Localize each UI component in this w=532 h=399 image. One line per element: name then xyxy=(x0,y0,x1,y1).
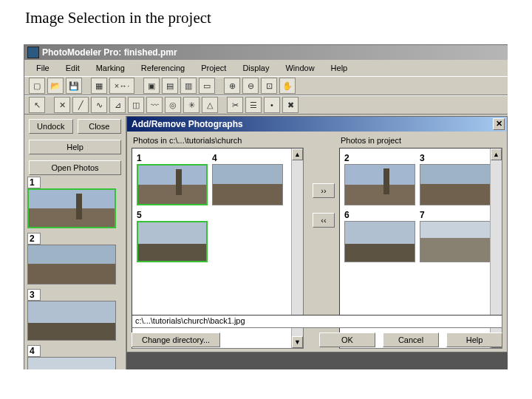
undock-button[interactable]: Undock xyxy=(29,119,73,134)
menu-marking[interactable]: Marking xyxy=(92,62,129,74)
list-item[interactable]: 3 xyxy=(420,153,491,205)
help-button[interactable]: Help xyxy=(29,140,121,154)
camera-icon[interactable]: ▣ xyxy=(143,78,160,94)
angle-icon[interactable]: ⊿ xyxy=(109,97,126,113)
target-icon[interactable]: ◎ xyxy=(165,97,181,113)
cancel-button[interactable]: Cancel xyxy=(383,332,439,347)
open-icon[interactable]: 📂 xyxy=(47,78,64,94)
list-item[interactable]: 2 xyxy=(344,153,415,205)
thumb-image xyxy=(344,221,415,262)
titlebar: PhotoModeler Pro: finished.pmr xyxy=(24,45,508,60)
thumb-image xyxy=(137,164,208,205)
thumb-image xyxy=(344,164,415,205)
menu-display[interactable]: Display xyxy=(238,62,273,74)
mdi-background xyxy=(126,352,508,369)
view-icon[interactable]: ▥ xyxy=(180,78,197,94)
left-panel: Undock Close Help Open Photos 1 2 3 4 xyxy=(24,116,126,369)
toolbar-1: ▢ 📂 💾 ▦ ×↔· ▣ ▤ ▥ ▭ ⊕ ⊖ ⊡ ✋ xyxy=(24,76,508,95)
left-thumbs: 1 2 3 4 xyxy=(27,177,123,369)
list-item[interactable]: 4 xyxy=(27,345,123,369)
grid-icon[interactable]: ▦ xyxy=(91,78,107,94)
list-item[interactable]: 3 xyxy=(27,289,123,341)
surface-icon[interactable]: ◫ xyxy=(128,97,144,113)
curve-icon[interactable]: ∿ xyxy=(91,97,107,113)
page-heading: Image Selection in the project xyxy=(0,0,532,30)
dialog-bottom: c:\...\tutorials\church\back1.jpg Change… xyxy=(132,315,502,347)
pointer-icon[interactable]: ↖ xyxy=(29,97,45,113)
thumb-image xyxy=(420,164,491,205)
list-item[interactable]: 6 xyxy=(344,210,415,262)
dialog-title: Add/Remove Photographs ✕ xyxy=(127,117,507,132)
menu-edit[interactable]: Edit xyxy=(61,62,84,74)
pan-icon[interactable]: ✋ xyxy=(279,78,296,94)
path-field: c:\...\tutorials\church\back1.jpg xyxy=(132,315,502,328)
app-window: PhotoModeler Pro: finished.pmr File Edit… xyxy=(24,44,508,369)
list-item[interactable]: 4 xyxy=(212,153,283,205)
menu-project[interactable]: Project xyxy=(197,62,231,74)
table-icon[interactable]: ▤ xyxy=(162,78,178,94)
ok-button[interactable]: OK xyxy=(319,332,375,347)
open-photos-button[interactable]: Open Photos xyxy=(29,160,121,175)
new-icon[interactable]: ▢ xyxy=(29,78,45,94)
cross-icon[interactable]: ✕ xyxy=(54,97,70,113)
toolbar-2: ↖ ✕ ╱ ∿ ⊿ ◫ 〰 ◎ ✳ △ ✂ ☰ • ✖ xyxy=(24,95,508,115)
thumb-image xyxy=(27,301,116,341)
menu-file[interactable]: File xyxy=(32,62,54,74)
thumb-image xyxy=(212,164,283,205)
source-label: Photos in c:\...\tutorials\church xyxy=(132,134,304,148)
layers-icon[interactable]: ☰ xyxy=(245,97,262,113)
list-item[interactable]: 1 xyxy=(137,153,208,205)
list-item[interactable]: 7 xyxy=(420,210,491,262)
add-button[interactable]: ›› xyxy=(313,183,335,198)
list-item[interactable]: 1 xyxy=(27,177,123,228)
app-icon xyxy=(27,47,39,58)
menubar: File Edit Marking Referencing Project Di… xyxy=(24,60,508,76)
reference-icon[interactable]: ×↔· xyxy=(109,78,134,94)
cut-icon[interactable]: ✂ xyxy=(227,97,243,113)
thumb-image xyxy=(27,188,116,228)
tools-icon[interactable]: ✖ xyxy=(282,97,299,113)
markers-icon[interactable]: ✳ xyxy=(183,97,200,113)
menu-referencing[interactable]: Referencing xyxy=(137,62,189,74)
project-label: Photos in project xyxy=(339,134,502,148)
app-body: Undock Close Help Open Photos 1 2 3 4 Ad… xyxy=(24,116,508,369)
list-item[interactable]: 5 xyxy=(137,210,208,262)
change-dir-button[interactable]: Change directory... xyxy=(132,332,220,347)
zoom-in-icon[interactable]: ⊕ xyxy=(224,78,240,94)
close-icon[interactable]: ✕ xyxy=(493,118,505,130)
window-icon[interactable]: ▭ xyxy=(199,78,215,94)
thumb-image xyxy=(27,357,116,369)
dot-icon[interactable]: • xyxy=(264,97,280,113)
menu-window[interactable]: Window xyxy=(281,62,318,74)
dialog-help-button[interactable]: Help xyxy=(446,332,502,347)
thumb-image xyxy=(420,221,491,262)
spline-icon[interactable]: 〰 xyxy=(146,97,163,113)
line-icon[interactable]: ╱ xyxy=(72,97,89,113)
save-icon[interactable]: 💾 xyxy=(66,78,82,94)
scroll-up-icon[interactable]: ▲ xyxy=(292,149,303,160)
thumb-image xyxy=(27,245,116,284)
remove-button[interactable]: ‹‹ xyxy=(313,213,335,228)
zoom-fit-icon[interactable]: ⊡ xyxy=(261,78,277,94)
menu-help[interactable]: Help xyxy=(327,62,352,74)
close-button[interactable]: Close xyxy=(78,119,122,134)
app-title: PhotoModeler Pro: finished.pmr xyxy=(42,47,177,58)
scroll-up-icon[interactable]: ▲ xyxy=(491,149,502,160)
list-item[interactable]: 2 xyxy=(27,233,123,284)
shape-icon[interactable]: △ xyxy=(202,97,218,113)
add-remove-dialog: Add/Remove Photographs ✕ Photos in c:\..… xyxy=(126,116,508,352)
thumb-image xyxy=(137,221,208,262)
zoom-out-icon[interactable]: ⊖ xyxy=(242,78,259,94)
